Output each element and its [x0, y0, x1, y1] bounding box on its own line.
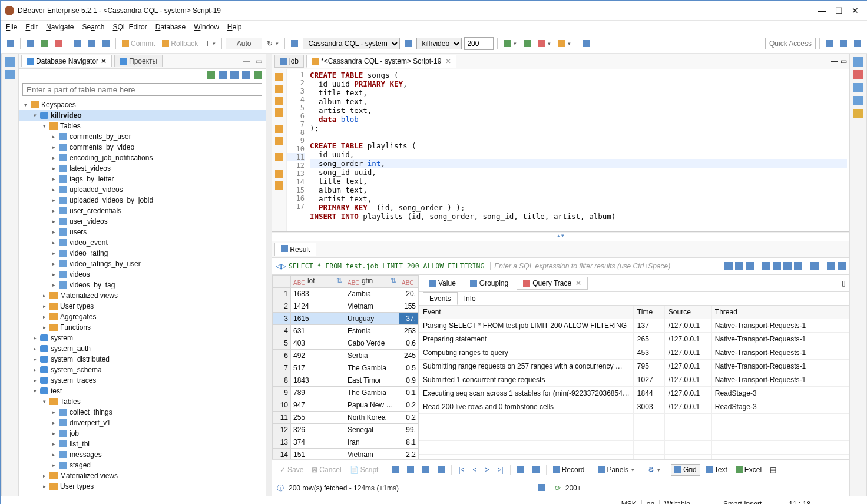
data-grid[interactable]: ABC lot ⇅ABC gtin ⇅ABC11683Zambia20.2142…	[272, 275, 419, 459]
tab-result[interactable]: Result	[274, 243, 316, 256]
export-icon[interactable]	[538, 484, 545, 493]
execute-new-tab-icon[interactable]	[275, 85, 283, 93]
close-button[interactable]: ✕	[847, 6, 863, 15]
last-icon[interactable]: >|	[495, 465, 507, 475]
expand-arrow-icon[interactable]: ▸	[51, 271, 57, 277]
expand-arrow-icon[interactable]: ▸	[51, 197, 57, 203]
expand-arrow-icon[interactable]: ▸	[51, 187, 57, 193]
fetch-all-icon[interactable]	[530, 465, 542, 475]
expand-arrow-icon[interactable]: ▸	[51, 250, 57, 256]
templates-icon[interactable]	[853, 83, 863, 92]
first-icon[interactable]: |<	[455, 465, 467, 475]
link-editor-icon[interactable]	[275, 170, 283, 178]
execute-select-icon[interactable]	[275, 125, 283, 133]
expand-arrow-icon[interactable]: ▸	[32, 346, 38, 352]
table-row[interactable]: 9789The Gambia0.1	[273, 387, 419, 399]
trace-col-thread[interactable]: Thread	[711, 306, 849, 319]
expand-arrow-icon[interactable]: ▸	[41, 483, 47, 489]
script-button[interactable]: 📄 Script	[347, 465, 382, 475]
expand-arrow-icon[interactable]: ▸	[51, 229, 57, 235]
prev-icon[interactable]: <	[470, 465, 480, 475]
table-row[interactable]: 81843East Timor0.9	[273, 374, 419, 387]
filter-icon[interactable]	[762, 262, 770, 270]
bookmarks-icon[interactable]	[853, 109, 863, 118]
explain-icon[interactable]	[521, 39, 533, 48]
tree-item[interactable]: ▸uploaded_videos_by_jobid	[19, 195, 266, 205]
trace-row[interactable]: Parsing SELECT * FROM test.job LIMIT 200…	[419, 319, 849, 333]
splitter[interactable]	[266, 54, 272, 496]
table-row[interactable]: 11255North Korea0.2	[273, 412, 419, 424]
trace-row[interactable]: Executing seq scan across 1 sstables for…	[419, 387, 849, 400]
table-row[interactable]: 31615Uruguay37.	[273, 313, 419, 325]
info-icon[interactable]: ⓘ	[277, 483, 284, 493]
minimize-editor-icon[interactable]: —	[831, 57, 838, 65]
expand-arrow-icon[interactable]: ▸	[41, 314, 47, 320]
commit-button[interactable]: Commit	[120, 38, 157, 49]
tree-item[interactable]: ▸user_videos	[19, 216, 266, 227]
expand-arrow-icon[interactable]: ▸	[51, 282, 57, 288]
close-icon[interactable]: ✕	[101, 57, 107, 65]
expand-arrow-icon[interactable]: ▸	[51, 462, 57, 468]
panels-button[interactable]: Panels ▾	[595, 465, 637, 475]
trace-col-time[interactable]: Time	[633, 306, 664, 319]
refresh-result-icon[interactable]: ⟳	[555, 484, 561, 492]
expand-arrow-icon[interactable]: ▸	[41, 293, 47, 299]
menu-navigate[interactable]: Navigate	[46, 23, 74, 31]
expand-arrow-icon[interactable]: ▸	[51, 430, 57, 436]
stop-icon[interactable]: ▾	[535, 39, 553, 48]
trace-row[interactable]: Submitting range requests on 257 ranges …	[419, 360, 849, 373]
grid-view-button[interactable]: Grid	[671, 464, 700, 476]
nav-tree[interactable]: ▾Keyspaces▾killrvideo▾Tables▸comments_by…	[19, 98, 266, 496]
duplicate-icon[interactable]	[419, 465, 432, 475]
invalidate-icon[interactable]	[52, 39, 64, 48]
tree-item[interactable]: ▾Keyspaces	[19, 100, 266, 110]
expand-arrow-icon[interactable]: ▸	[51, 240, 57, 246]
expand-arrow-icon[interactable]: ▸	[51, 261, 57, 267]
expand-arrow-icon[interactable]: ▸	[32, 356, 38, 362]
tree-item[interactable]: ▸system_traces	[19, 375, 266, 386]
text-view-button[interactable]: Text	[703, 465, 730, 475]
tree-item[interactable]: ▸latest_videos	[19, 163, 266, 174]
expand-icon[interactable]	[724, 262, 733, 270]
expand-arrow-icon[interactable]: ▸	[32, 335, 38, 341]
expand-icon[interactable]	[230, 71, 239, 79]
trace-row[interactable]: Computing ranges to query453/127.0.0.1Na…	[419, 346, 849, 360]
commit-icon[interactable]	[275, 153, 283, 161]
query-manager-icon[interactable]	[853, 96, 863, 105]
perspective-icon-2[interactable]	[838, 39, 849, 48]
tree-item[interactable]: ▸uploaded_videos	[19, 184, 266, 195]
cancel-button[interactable]: ⊠ Cancel	[309, 465, 344, 475]
tree-item[interactable]: ▸job	[19, 428, 266, 439]
collapse-icon[interactable]	[219, 71, 227, 79]
menu-file[interactable]: File	[6, 23, 17, 31]
expand-arrow-icon[interactable]: ▸	[41, 324, 47, 330]
expand-arrow-icon[interactable]: ▸	[51, 420, 57, 426]
projects-icon[interactable]	[5, 57, 15, 67]
nav-back-icon[interactable]	[827, 262, 835, 270]
save-button[interactable]: ✓ Save	[277, 465, 306, 475]
table-row[interactable]: 4631Estonia253	[273, 325, 419, 337]
tree-item[interactable]: ▸video_rating	[19, 248, 266, 258]
expand-arrow-icon[interactable]: ▾	[32, 112, 38, 118]
rollback-button[interactable]: Rollback	[160, 38, 200, 49]
nav-filter-input[interactable]	[22, 83, 262, 96]
expand-arrow-icon[interactable]: ▸	[51, 452, 57, 457]
delete-icon[interactable]	[435, 465, 448, 475]
tree-item[interactable]: ▾Tables	[19, 121, 266, 131]
fetch-more[interactable]: 200+	[565, 484, 581, 492]
limit-input[interactable]	[464, 37, 494, 50]
apply-filter-icon[interactable]	[746, 262, 754, 270]
trace-col-event[interactable]: Event	[419, 306, 633, 319]
tree-item[interactable]: ▸comments_by_video	[19, 142, 266, 152]
quick-access[interactable]: Quick Access	[765, 38, 816, 49]
sql-icon[interactable]	[5, 70, 15, 79]
history-icon[interactable]: ↻▾	[264, 38, 281, 49]
tab-grouping[interactable]: Grouping	[464, 277, 514, 289]
tree-item[interactable]: ▾killrvideo	[19, 110, 266, 121]
menu-database[interactable]: Database	[155, 23, 186, 31]
table-row[interactable]: 13374Iran8.1	[273, 436, 419, 449]
expand-arrow-icon[interactable]: ▸	[51, 409, 57, 415]
link-icon[interactable]	[581, 39, 593, 48]
tree-item[interactable]: ▸video_ratings_by_user	[19, 258, 266, 269]
tab-db-navigator[interactable]: Database Navigator ✕	[21, 55, 112, 67]
